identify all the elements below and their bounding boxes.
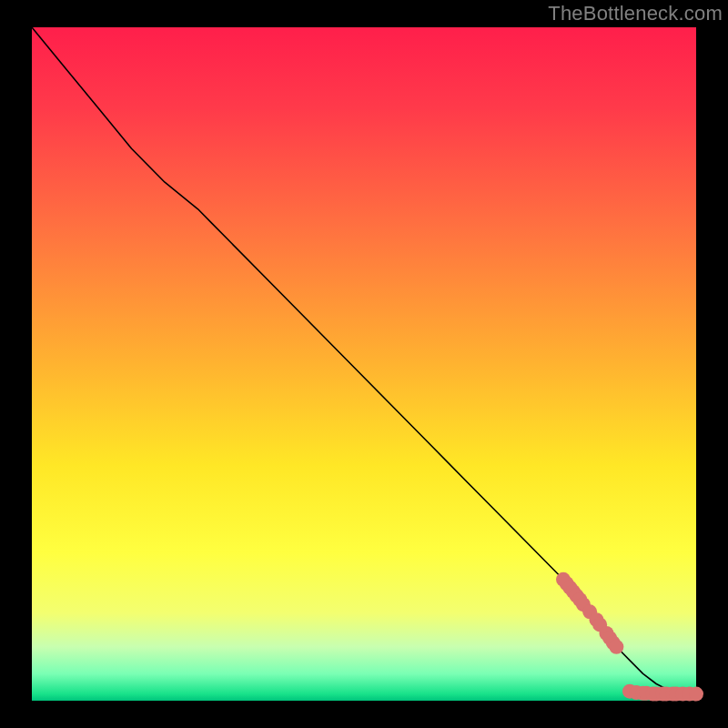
chart-stage: TheBottleneck.com xyxy=(0,0,728,728)
data-point xyxy=(609,640,623,654)
plot-background xyxy=(32,27,696,701)
data-point xyxy=(689,687,703,702)
chart-svg xyxy=(0,0,728,728)
watermark-text: TheBottleneck.com xyxy=(548,2,723,25)
